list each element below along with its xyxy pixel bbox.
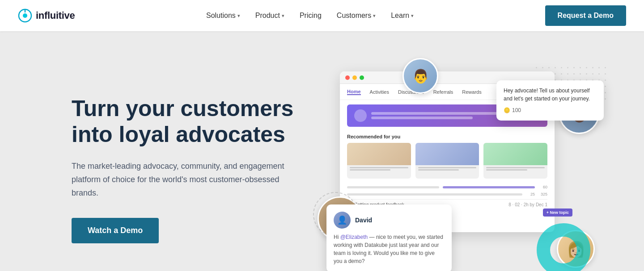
rec-card-3: [483, 143, 547, 179]
app-nav-referrals: Referrals: [433, 89, 453, 95]
chat-body: Hi @Elizabeth — nice to meet you, we sta…: [334, 233, 445, 265]
main-nav: Solutions ▾ Product ▾ Pricing Customers …: [200, 8, 420, 23]
hero-section: Turn your customers into loyal advocates…: [0, 31, 644, 271]
app-row-bar-1: [347, 186, 439, 188]
solutions-chevron-icon: ▾: [237, 13, 240, 19]
app-nav-activities: Activities: [370, 89, 389, 95]
rec-card-line-2b: [418, 169, 459, 171]
rec-card-line-3b: [486, 169, 527, 171]
request-demo-button[interactable]: Request a Demo: [545, 5, 626, 26]
chat-header: 👤 David: [334, 212, 445, 229]
rec-card-lines-3: [483, 165, 547, 173]
app-row-count-2: 25: [526, 192, 535, 196]
window-close-dot: [345, 75, 350, 80]
new-topic-button: + New topic: [543, 208, 572, 217]
hero-title: Turn your customers into loyal advocates: [72, 96, 304, 147]
recommended-cards: [347, 143, 547, 179]
window-minimize-dot: [352, 75, 357, 80]
product-chevron-icon: ▾: [282, 13, 284, 19]
coin-icon: 🪙: [504, 106, 510, 114]
app-row-count-1: 60: [538, 185, 547, 189]
rec-card-line-2a: [418, 167, 477, 168]
rec-card-lines-1: [347, 165, 411, 173]
nav-solutions[interactable]: Solutions ▾: [200, 8, 246, 23]
learn-chevron-icon: ▾: [411, 13, 414, 19]
rec-card-img-1: [347, 143, 411, 165]
nav-learn[interactable]: Learn ▾: [385, 8, 420, 23]
rec-card-lines-2: [415, 165, 479, 173]
rec-card-img-2: [415, 143, 479, 165]
customers-chevron-icon: ▾: [373, 13, 376, 19]
window-maximize-dot: [360, 75, 364, 80]
app-row-1: 60: [347, 185, 547, 189]
hero-illustration: document.currentScript.insertAdjacentHTM…: [322, 58, 608, 271]
chat-avatar: 👤: [334, 212, 351, 229]
rec-card-line-1a: [350, 167, 408, 168]
notification-score: 🪙 100: [504, 106, 597, 114]
rec-card-2: [415, 143, 479, 179]
avatar-top-center: 👨: [402, 58, 438, 94]
app-banner-line-2: [371, 117, 473, 119]
notification-points: 100: [512, 106, 521, 114]
header: influitive Solutions ▾ Product ▾ Pricing…: [0, 0, 644, 31]
hero-content: Turn your customers into loyal advocates…: [72, 96, 304, 243]
app-banner-avatar: [354, 109, 367, 122]
chat-name: David: [355, 217, 372, 224]
nav-customers[interactable]: Customers ▾: [330, 8, 382, 23]
rec-card-line-3a: [486, 167, 545, 168]
rec-card-1: [347, 143, 411, 179]
teal-circle-decoration: [537, 223, 590, 271]
logo[interactable]: influitive: [18, 8, 75, 23]
hero-subtitle: The market-leading advocacy, community, …: [72, 160, 286, 200]
watch-demo-button[interactable]: Watch a Demo: [72, 218, 159, 243]
recommended-section: Recommended for you: [340, 131, 555, 181]
notification-text: Hey advocate! Tell us about yourself and…: [504, 87, 597, 103]
app-nav-home: Home: [347, 89, 361, 95]
chat-mention: @Elizabeth: [340, 234, 368, 240]
chat-card: 👤 David Hi @Elizabeth — nice to meet you…: [326, 204, 452, 271]
svg-point-1: [23, 13, 27, 18]
app-nav-rewards: Rewards: [462, 89, 481, 95]
nav-pricing[interactable]: Pricing: [293, 8, 328, 23]
app-row-2: 25 325: [347, 192, 547, 196]
logo-icon: [18, 8, 32, 23]
rec-card-line-1b: [350, 169, 390, 171]
rec-card-img-3: [483, 143, 547, 165]
recommended-title: Recommended for you: [347, 134, 547, 139]
notification-card: Hey advocate! Tell us about yourself and…: [496, 80, 604, 121]
logo-text: influitive: [36, 10, 75, 21]
app-row-bar-purple-1: [443, 186, 535, 188]
feedback-counts: 8 · 02 · 2h by Dec 1: [508, 202, 547, 207]
nav-product[interactable]: Product ▾: [249, 8, 291, 23]
app-row-bar-2: [347, 193, 522, 196]
app-row-count-3: 325: [538, 192, 547, 196]
